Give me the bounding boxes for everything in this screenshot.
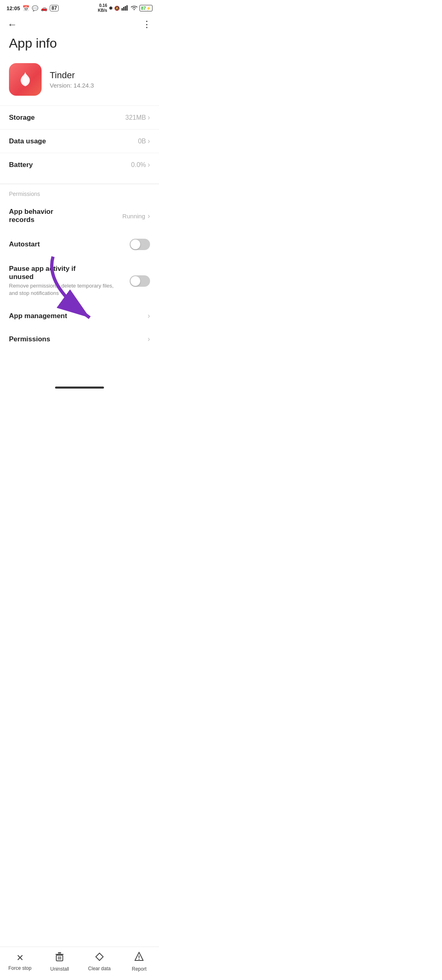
pause-app-text: Pause app activity if unused Remove perm… [9, 265, 115, 297]
battery-chevron-icon: › [148, 160, 150, 169]
app-behavior-right: Running › [122, 212, 150, 220]
storage-label: Storage [9, 114, 35, 122]
badge-icon: 87 [50, 5, 58, 11]
battery-label: Battery [9, 161, 33, 169]
permissions-row[interactable]: Permissions › [0, 327, 159, 351]
message-icon: 💬 [32, 5, 38, 11]
storage-chevron-icon: › [148, 113, 150, 122]
autostart-row[interactable]: Autostart [0, 231, 159, 257]
app-icon [9, 63, 42, 96]
svg-point-4 [133, 9, 135, 10]
app-management-chevron-icon: › [148, 312, 150, 320]
data-usage-chevron-icon: › [148, 137, 150, 145]
pause-app-toggle[interactable] [130, 275, 150, 287]
battery-row[interactable]: Battery 0.0% › [0, 153, 159, 176]
pause-app-sub: Remove permissions, delete temporary fil… [9, 282, 115, 297]
divider [0, 184, 159, 184]
storage-value: 321MB › [125, 113, 150, 122]
app-behavior-text: App behavior records [9, 208, 81, 224]
permissions-section-label: Permissions [0, 189, 159, 200]
svg-rect-1 [123, 7, 124, 11]
car-icon: 🚗 [41, 5, 47, 11]
app-behavior-row[interactable]: App behavior records Running › [0, 200, 159, 231]
status-bar: 12:05 📅 💬 🚗 87 0.16KB/s ✱ 🔕 87 ⚡ [0, 0, 159, 15]
home-indicator-wrapper [0, 383, 159, 395]
bottom-spacer [0, 351, 159, 383]
calendar-icon: 📅 [22, 5, 29, 11]
status-right: 0.16KB/s ✱ 🔕 87 ⚡ [98, 3, 152, 13]
svg-rect-3 [126, 5, 128, 11]
network-speed: 0.16KB/s [98, 3, 107, 13]
time-display: 12:05 [7, 5, 20, 11]
back-button[interactable]: ← [7, 19, 17, 30]
data-usage-row[interactable]: Data usage 0B › [0, 130, 159, 153]
data-usage-value: 0B › [138, 137, 150, 145]
app-info-text: Tinder Version: 14.24.3 [50, 70, 94, 89]
app-behavior-chevron-icon: › [148, 212, 150, 220]
battery-indicator: 87 ⚡ [139, 5, 152, 11]
pause-app-row[interactable]: Pause app activity if unused Remove perm… [0, 257, 159, 304]
autostart-toggle[interactable] [130, 239, 150, 250]
app-management-row[interactable]: App management › [0, 304, 159, 327]
permissions-chevron-icon: › [148, 335, 150, 343]
autostart-label: Autostart [9, 240, 40, 248]
charging-icon: ⚡ [146, 6, 151, 11]
more-menu-button[interactable]: ⋮ [142, 19, 152, 30]
info-rows-section: Storage 321MB › Data usage 0B › Battery … [0, 105, 159, 176]
data-usage-label: Data usage [9, 137, 46, 145]
status-left: 12:05 📅 💬 🚗 87 [7, 5, 59, 11]
battery-value: 0.0% › [131, 160, 150, 169]
app-behavior-status: Running [122, 213, 145, 220]
storage-row[interactable]: Storage 321MB › [0, 105, 159, 130]
top-nav: ← ⋮ [0, 15, 159, 33]
page-title: App info [0, 33, 159, 59]
app-management-label: App management [9, 312, 67, 320]
app-version: Version: 14.24.3 [50, 82, 94, 89]
permissions-label: Permissions [9, 335, 50, 343]
page-wrapper: 12:05 📅 💬 🚗 87 0.16KB/s ✱ 🔕 87 ⚡ ← ⋮ [0, 0, 159, 395]
app-name: Tinder [50, 70, 94, 81]
svg-rect-2 [125, 6, 126, 11]
signal-icon [122, 5, 129, 11]
wifi-icon [130, 5, 138, 11]
bluetooth-icon: ✱ [109, 6, 113, 11]
app-header: Tinder Version: 14.24.3 [0, 59, 159, 105]
mute-icon: 🔕 [114, 6, 120, 11]
pause-app-label: Pause app activity if unused [9, 265, 83, 281]
home-indicator [55, 387, 104, 389]
app-behavior-label: App behavior records [9, 208, 59, 224]
svg-rect-0 [122, 8, 123, 11]
